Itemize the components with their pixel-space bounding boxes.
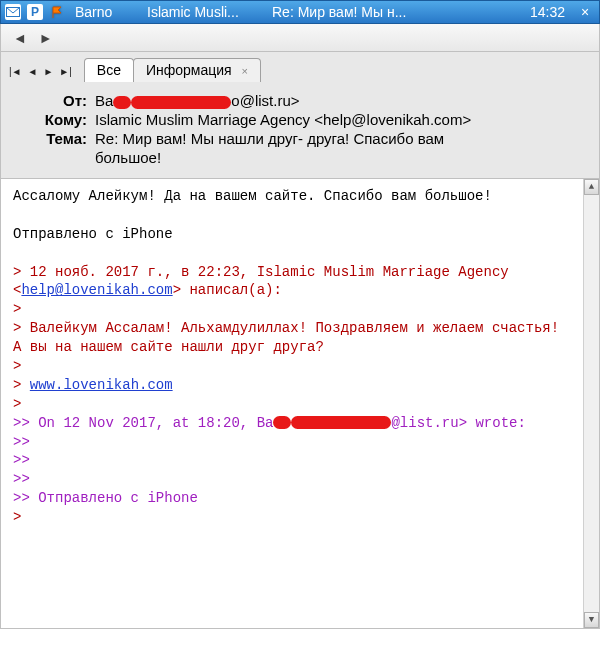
scroll-up-button[interactable]: ▲ [584, 179, 599, 195]
nav-toolbar: ◄ ► [0, 24, 600, 52]
redaction-bar [291, 416, 391, 429]
titlebar-from: Barno [75, 4, 137, 20]
redaction-bar [113, 96, 131, 109]
window-titlebar: P Barno Islamic Musli... Re: Мир вам! Мы… [0, 0, 600, 24]
quote-level-2: >> [13, 451, 587, 470]
titlebar-subject: Islamic Musli... [147, 4, 262, 20]
body-line [13, 244, 587, 263]
redaction-bar [273, 416, 291, 429]
body-line: Ассалому Алейкум! Да на вашем сайте. Спа… [13, 187, 587, 206]
scrollbar[interactable]: ▲ ▼ [583, 179, 599, 628]
tab-all[interactable]: Все [84, 58, 134, 82]
quote-level-2: >> [13, 433, 587, 452]
mail-icon [5, 4, 21, 20]
body-line [13, 206, 587, 225]
flag-icon [49, 4, 65, 20]
pager-controls: |◄ ◄ ► ►| [7, 65, 74, 78]
tab-info[interactable]: Информация × [133, 58, 261, 82]
quote-level-1: > Валейкум Ассалам! Альхамдулиллах! Позд… [13, 319, 587, 357]
tab-info-label: Информация [146, 62, 232, 78]
email-link[interactable]: help@lovenikah.com [21, 282, 172, 298]
quote-level-2: >> [13, 470, 587, 489]
quote-level-1: > [13, 357, 587, 376]
from-value: Bao@list.ru> [95, 92, 585, 109]
scroll-down-button[interactable]: ▼ [584, 612, 599, 628]
quote-level-2: >> On 12 Nov 2017, at 18:20, Ba@list.ru>… [13, 414, 587, 433]
quote-level-1: > [13, 395, 587, 414]
nav-back-button[interactable]: ◄ [7, 28, 33, 48]
tab-all-label: Все [97, 62, 121, 78]
from-label: От: [15, 92, 95, 109]
to-label: Кому: [15, 111, 95, 128]
subject-label: Тема: [15, 130, 95, 147]
body-line: Отправлено с iPhone [13, 225, 587, 244]
titlebar-re: Re: Мир вам! Мы н... [272, 4, 524, 20]
quote-level-1: > [13, 300, 587, 319]
to-value: Islamic Muslim Marriage Agency <help@lov… [95, 111, 585, 128]
p-badge-icon: P [27, 4, 43, 20]
message-body[interactable]: Ассалому Алейкум! Да на вашем сайте. Спа… [0, 179, 600, 629]
quote-level-1: > www.lovenikah.com [13, 376, 587, 395]
nav-forward-button[interactable]: ► [33, 28, 59, 48]
tab-bar: |◄ ◄ ► ►| Все Информация × [0, 52, 600, 82]
pager-prev-button[interactable]: ◄ [26, 65, 40, 78]
tab-close-icon[interactable]: × [242, 65, 248, 77]
quote-level-2: >> Отправлено с iPhone [13, 489, 587, 508]
quote-level-1: > 12 нояб. 2017 г., в 22:23, Islamic Mus… [13, 263, 587, 301]
subject-value-cont: большое! [95, 149, 585, 166]
titlebar-time: 14:32 [530, 4, 569, 20]
pager-last-button[interactable]: ►| [57, 65, 74, 78]
close-icon[interactable]: × [575, 4, 595, 20]
quote-level-1: > [13, 508, 587, 527]
message-header: От: Bao@list.ru> Кому: Islamic Muslim Ma… [0, 82, 600, 179]
subject-value: Re: Мир вам! Мы нашли друг- друга! Спаси… [95, 130, 585, 147]
pager-next-button[interactable]: ► [41, 65, 55, 78]
pager-first-button[interactable]: |◄ [7, 65, 24, 78]
redaction-bar [131, 96, 231, 109]
web-link[interactable]: www.lovenikah.com [30, 377, 173, 393]
